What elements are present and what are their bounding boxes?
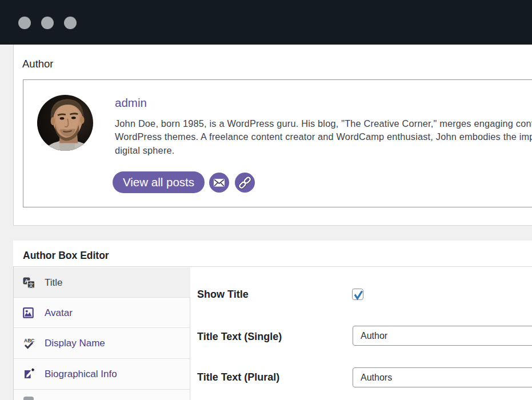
- svg-text:ABC: ABC: [24, 338, 34, 343]
- svg-text:文: 文: [29, 282, 34, 288]
